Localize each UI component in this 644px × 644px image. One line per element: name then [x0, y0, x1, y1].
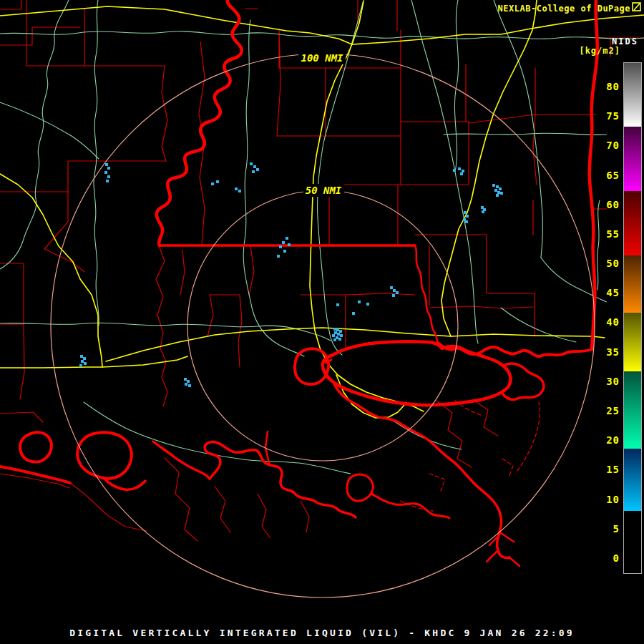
range-ring-label: 50 NMI [306, 185, 342, 196]
colorbar-tick: 25 [606, 404, 620, 417]
colorbar-tick: 80 [606, 80, 620, 93]
colorbar-segment [624, 63, 641, 127]
colorbar-tick: 5 [613, 522, 620, 535]
product-format-label: NIDS [612, 36, 638, 47]
colorbar-segment [624, 127, 641, 191]
colorbar [623, 62, 642, 574]
cod-flag-icon [632, 2, 641, 11]
colorbar-segment [624, 371, 641, 449]
colorbar-segment [624, 449, 641, 511]
range-ring-label: 100 NMI [301, 52, 343, 64]
colorbar-tick: 10 [606, 493, 620, 506]
colorbar-tick: 35 [606, 346, 620, 358]
colorbar-tick: 75 [606, 109, 620, 122]
colorbar-segment [624, 511, 641, 573]
colorbar-tick: 0 [613, 552, 620, 565]
radar-map: 100 NMI50 NMI [0, 0, 644, 644]
colorbar-segment [624, 313, 641, 371]
colorbar-tick: 20 [606, 434, 620, 447]
colorbar-tick: 70 [606, 139, 620, 152]
radar-display: 100 NMI50 NMI NEXLAB-College of DuPage N… [0, 0, 644, 644]
colorbar-segment [624, 191, 641, 255]
colorbar-tick: 65 [606, 169, 620, 182]
colorbar-tick: 45 [606, 286, 620, 299]
site-credit: NEXLAB-College of DuPage [498, 4, 630, 14]
product-caption: DIGITAL VERTICALLY INTEGRATED LIQUID (VI… [0, 628, 644, 638]
colorbar-tick: 30 [606, 375, 620, 388]
colorbar-tick: 60 [606, 198, 620, 211]
colorbar-tick: 55 [606, 228, 620, 240]
colorbar-tick: 40 [606, 316, 620, 328]
colorbar-units: [kg/m2] [579, 46, 620, 56]
colorbar-segment [624, 255, 641, 313]
colorbar-tick: 15 [606, 463, 620, 476]
colorbar-tick: 50 [606, 257, 620, 270]
